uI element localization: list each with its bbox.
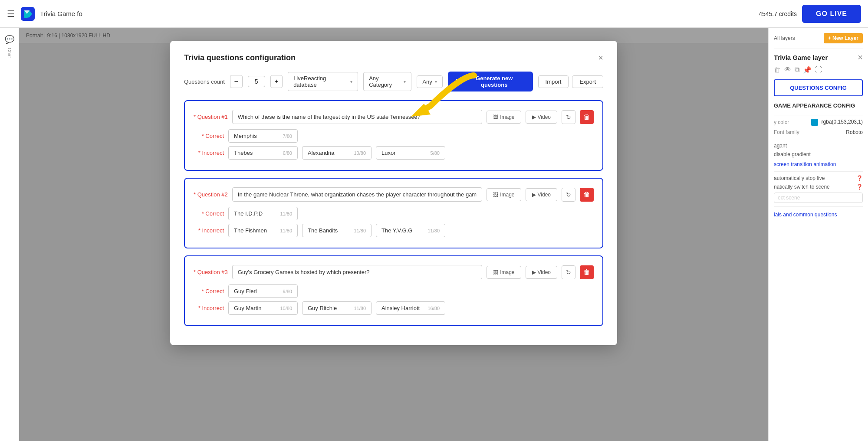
- question-3-incorrect-row: * Incorrect Guy Martin 10/80 Guy Ritchie…: [194, 301, 594, 315]
- font-family-label: Font family: [774, 129, 799, 135]
- incorrect-answer-2-0[interactable]: The Fishmen 11/80: [228, 224, 298, 237]
- refresh-icon-3: ↻: [566, 269, 571, 276]
- question-2-incorrect-row: * Incorrect The Fishmen 11/80 The Bandit…: [194, 224, 594, 237]
- modal-title: Trivia questions configuration: [184, 53, 296, 62]
- correct-answer-1-count: 7/80: [283, 134, 292, 139]
- right-panel-close-button[interactable]: ×: [858, 52, 863, 62]
- question-1-label: * Question #1: [194, 114, 228, 120]
- color-value: rgba(0,153,203,1): [811, 119, 863, 126]
- game-appearance-label[interactable]: GAME APPEARANCE CONFIG: [774, 100, 863, 111]
- select-scene-placeholder[interactable]: ect scene: [774, 193, 863, 203]
- question-1-image-button[interactable]: 🖼 Image: [487, 111, 521, 124]
- incorrect-answer-1-2-input[interactable]: Luxor 5/80: [376, 146, 445, 160]
- refresh-icon: ↻: [566, 114, 571, 121]
- question-2-refresh-button[interactable]: ↻: [562, 188, 575, 202]
- expand-icon[interactable]: ⛶: [815, 66, 822, 74]
- switch-scene-label: natically switch to scene: [774, 184, 830, 190]
- difficulty-label: Any: [422, 78, 432, 85]
- question-3-image-button[interactable]: 🖼 Image: [487, 266, 521, 279]
- question-3-refresh-button[interactable]: ↻: [562, 265, 575, 279]
- question-1-row: * Question #1 🖼 Image ▶ Video ↻ 🗑: [194, 110, 594, 124]
- questions-config-button[interactable]: QUESTIONS CONFIG: [774, 79, 863, 96]
- incorrect-answer-1-1-input[interactable]: Alexandria 10/80: [302, 146, 372, 160]
- incorrect-answer-2-2[interactable]: The Y.V.G.G 11/80: [376, 224, 445, 237]
- question-1-correct-row: * Correct Memphis 7/80: [194, 129, 594, 143]
- decrement-button[interactable]: −: [230, 75, 243, 88]
- video-icon-3: ▶: [532, 269, 536, 275]
- right-panel-header: Trivia Game layer ×: [774, 52, 863, 62]
- question-3-input[interactable]: [232, 265, 482, 279]
- agant-label: agant: [774, 143, 787, 149]
- app-logo: [20, 6, 36, 22]
- incorrect-1-1-count: 10/80: [354, 150, 366, 156]
- correct-answer-3-input[interactable]: Guy Fieri 9/80: [228, 284, 298, 298]
- incorrect-answer-3-1[interactable]: Guy Ritchie 11/80: [302, 301, 372, 315]
- difficulty-chevron-icon: ▾: [435, 79, 437, 84]
- incorrect-label-1: * Incorrect: [194, 150, 224, 156]
- category-dropdown[interactable]: Any Category ▾: [363, 72, 411, 91]
- question-1-video-button[interactable]: ▶ Video: [526, 111, 557, 124]
- incorrect-answer-3-2[interactable]: Ainsley Harriott 16/80: [376, 301, 445, 315]
- question-2-row: * Question #2 🖼 Image ▶ Video ↻ 🗑: [194, 187, 594, 202]
- menu-icon[interactable]: ☰: [7, 9, 15, 19]
- incorrect-label-2: * Incorrect: [194, 227, 224, 234]
- database-dropdown[interactable]: LiveReacting database ▾: [288, 72, 358, 91]
- chat-label: Chat: [7, 48, 12, 58]
- color-swatch[interactable]: [811, 119, 818, 126]
- count-input[interactable]: [248, 76, 265, 87]
- generate-button[interactable]: ↻ Generate new questions: [448, 72, 533, 91]
- top-bar: ☰ Trivia Game fo 4545.7 credits GO LIVE: [0, 0, 868, 28]
- switch-scene-help-icon: ❓: [856, 184, 863, 190]
- question-2-delete-button[interactable]: 🗑: [580, 188, 594, 202]
- import-export-group: Import Export: [538, 75, 603, 88]
- font-family-value: Roboto: [846, 129, 863, 135]
- question-1-input[interactable]: [232, 110, 482, 124]
- category-chevron-icon: ▾: [404, 79, 406, 84]
- pin-icon[interactable]: 📌: [803, 66, 812, 74]
- question-1-refresh-button[interactable]: ↻: [562, 110, 575, 124]
- trash-icon: 🗑: [583, 113, 590, 121]
- questions-count-row: Questions count − + LiveReacting databas…: [184, 72, 603, 91]
- incorrect-1-0-text: Thebes: [234, 150, 253, 156]
- video-label: Video: [538, 114, 551, 120]
- screen-transition-link[interactable]: screen transition animation: [774, 161, 836, 167]
- difficulty-dropdown[interactable]: Any ▾: [417, 75, 442, 88]
- modal-close-button[interactable]: ×: [598, 53, 603, 63]
- question-3-delete-button[interactable]: 🗑: [580, 265, 594, 279]
- image-label: Image: [500, 114, 514, 120]
- question-1-delete-button[interactable]: 🗑: [580, 110, 594, 124]
- export-button[interactable]: Export: [572, 75, 603, 88]
- increment-button[interactable]: +: [270, 75, 283, 88]
- overlay-backdrop: Trivia questions configuration × Questio…: [19, 28, 768, 441]
- question-3-video-button[interactable]: ▶ Video: [526, 266, 557, 279]
- question-2-image-button[interactable]: 🖼 Image: [487, 188, 521, 201]
- new-layer-button[interactable]: + New Layer: [824, 33, 863, 43]
- common-questions-link[interactable]: ials and common questions: [774, 212, 837, 218]
- disable-gradient-label: disable gradient: [774, 151, 811, 157]
- generate-label: Generate new questions: [464, 75, 525, 88]
- app-title: Trivia Game fo: [40, 10, 82, 17]
- question-card-3: * Question #3 🖼 Image ▶ Video ↻ 🗑 *: [184, 255, 603, 326]
- copy-icon[interactable]: ⧉: [795, 66, 799, 74]
- correct-answer-2-input[interactable]: The I.D.P.D 11/80: [228, 207, 298, 220]
- image-icon: 🖼: [493, 114, 498, 120]
- incorrect-answer-1-0-input[interactable]: Thebes 6/80: [228, 146, 298, 160]
- color-row: y color rgba(0,153,203,1): [774, 119, 863, 126]
- incorrect-answer-2-1[interactable]: The Bandits 11/80: [302, 224, 372, 237]
- go-live-button[interactable]: GO LIVE: [802, 5, 861, 23]
- delete-layer-icon[interactable]: 🗑: [774, 66, 781, 74]
- question-2-video-button[interactable]: ▶ Video: [526, 188, 557, 201]
- database-chevron-icon: ▾: [350, 79, 352, 84]
- chat-icon[interactable]: 💬: [5, 35, 14, 44]
- incorrect-label-3: * Incorrect: [194, 305, 224, 311]
- questions-count-label: Questions count: [184, 78, 225, 85]
- question-card-1: * Question #1 🖼 Image ▶ Video ↻ 🗑 *: [184, 100, 603, 171]
- correct-answer-1-input[interactable]: Memphis 7/80: [228, 129, 298, 143]
- correct-answer-1-text: Memphis: [234, 133, 257, 139]
- import-button[interactable]: Import: [538, 75, 569, 88]
- incorrect-answer-3-0[interactable]: Guy Martin 10/80: [228, 301, 298, 315]
- question-card-2: * Question #2 🖼 Image ▶ Video ↻ 🗑 *: [184, 178, 603, 248]
- question-2-input[interactable]: [232, 187, 482, 202]
- eye-icon[interactable]: 👁: [784, 66, 791, 74]
- auto-stop-row: automatically stop live ❓: [774, 175, 863, 181]
